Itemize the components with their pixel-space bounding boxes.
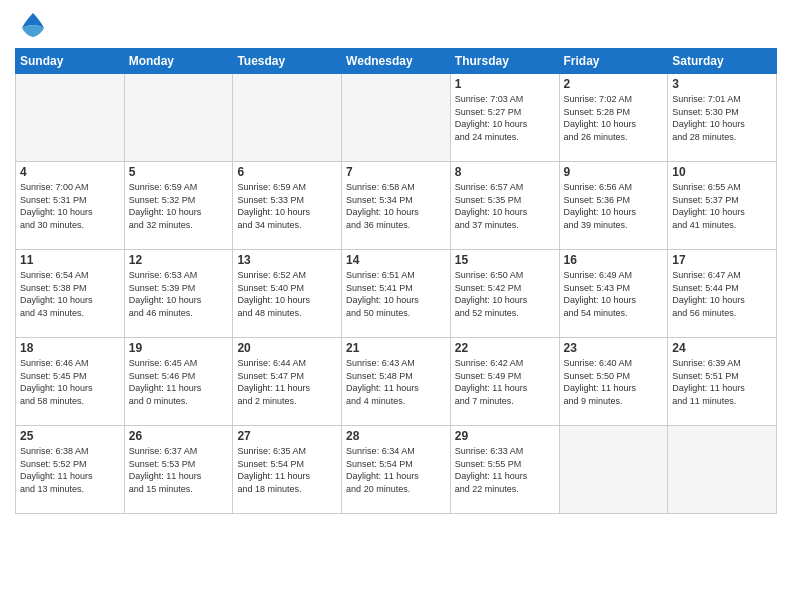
calendar-cell: 18Sunrise: 6:46 AM Sunset: 5:45 PM Dayli… xyxy=(16,338,125,426)
weekday-friday: Friday xyxy=(559,49,668,74)
day-number: 2 xyxy=(564,77,664,91)
day-number: 23 xyxy=(564,341,664,355)
header xyxy=(15,10,777,40)
day-info: Sunrise: 6:53 AM Sunset: 5:39 PM Dayligh… xyxy=(129,269,229,319)
day-number: 22 xyxy=(455,341,555,355)
calendar-cell: 7Sunrise: 6:58 AM Sunset: 5:34 PM Daylig… xyxy=(342,162,451,250)
calendar-cell: 28Sunrise: 6:34 AM Sunset: 5:54 PM Dayli… xyxy=(342,426,451,514)
day-number: 13 xyxy=(237,253,337,267)
day-number: 28 xyxy=(346,429,446,443)
calendar-cell xyxy=(233,74,342,162)
day-info: Sunrise: 6:57 AM Sunset: 5:35 PM Dayligh… xyxy=(455,181,555,231)
day-number: 25 xyxy=(20,429,120,443)
calendar-cell: 8Sunrise: 6:57 AM Sunset: 5:35 PM Daylig… xyxy=(450,162,559,250)
day-number: 24 xyxy=(672,341,772,355)
day-info: Sunrise: 7:02 AM Sunset: 5:28 PM Dayligh… xyxy=(564,93,664,143)
weekday-saturday: Saturday xyxy=(668,49,777,74)
calendar-cell: 29Sunrise: 6:33 AM Sunset: 5:55 PM Dayli… xyxy=(450,426,559,514)
day-info: Sunrise: 6:35 AM Sunset: 5:54 PM Dayligh… xyxy=(237,445,337,495)
calendar-cell: 15Sunrise: 6:50 AM Sunset: 5:42 PM Dayli… xyxy=(450,250,559,338)
day-info: Sunrise: 6:58 AM Sunset: 5:34 PM Dayligh… xyxy=(346,181,446,231)
weekday-tuesday: Tuesday xyxy=(233,49,342,74)
day-number: 26 xyxy=(129,429,229,443)
day-number: 3 xyxy=(672,77,772,91)
calendar-cell: 4Sunrise: 7:00 AM Sunset: 5:31 PM Daylig… xyxy=(16,162,125,250)
day-number: 15 xyxy=(455,253,555,267)
weekday-header-row: SundayMondayTuesdayWednesdayThursdayFrid… xyxy=(16,49,777,74)
day-info: Sunrise: 6:51 AM Sunset: 5:41 PM Dayligh… xyxy=(346,269,446,319)
day-info: Sunrise: 6:52 AM Sunset: 5:40 PM Dayligh… xyxy=(237,269,337,319)
day-number: 5 xyxy=(129,165,229,179)
calendar: SundayMondayTuesdayWednesdayThursdayFrid… xyxy=(15,48,777,514)
day-info: Sunrise: 6:46 AM Sunset: 5:45 PM Dayligh… xyxy=(20,357,120,407)
day-number: 6 xyxy=(237,165,337,179)
day-info: Sunrise: 6:34 AM Sunset: 5:54 PM Dayligh… xyxy=(346,445,446,495)
calendar-cell: 27Sunrise: 6:35 AM Sunset: 5:54 PM Dayli… xyxy=(233,426,342,514)
day-number: 7 xyxy=(346,165,446,179)
day-number: 9 xyxy=(564,165,664,179)
calendar-cell: 6Sunrise: 6:59 AM Sunset: 5:33 PM Daylig… xyxy=(233,162,342,250)
day-number: 27 xyxy=(237,429,337,443)
day-info: Sunrise: 6:49 AM Sunset: 5:43 PM Dayligh… xyxy=(564,269,664,319)
calendar-cell: 12Sunrise: 6:53 AM Sunset: 5:39 PM Dayli… xyxy=(124,250,233,338)
calendar-cell: 22Sunrise: 6:42 AM Sunset: 5:49 PM Dayli… xyxy=(450,338,559,426)
day-info: Sunrise: 6:54 AM Sunset: 5:38 PM Dayligh… xyxy=(20,269,120,319)
weekday-monday: Monday xyxy=(124,49,233,74)
day-info: Sunrise: 6:40 AM Sunset: 5:50 PM Dayligh… xyxy=(564,357,664,407)
day-number: 8 xyxy=(455,165,555,179)
day-info: Sunrise: 7:01 AM Sunset: 5:30 PM Dayligh… xyxy=(672,93,772,143)
day-info: Sunrise: 6:56 AM Sunset: 5:36 PM Dayligh… xyxy=(564,181,664,231)
logo xyxy=(15,10,48,40)
day-info: Sunrise: 7:03 AM Sunset: 5:27 PM Dayligh… xyxy=(455,93,555,143)
calendar-cell: 24Sunrise: 6:39 AM Sunset: 5:51 PM Dayli… xyxy=(668,338,777,426)
calendar-cell: 5Sunrise: 6:59 AM Sunset: 5:32 PM Daylig… xyxy=(124,162,233,250)
day-info: Sunrise: 6:33 AM Sunset: 5:55 PM Dayligh… xyxy=(455,445,555,495)
day-info: Sunrise: 6:44 AM Sunset: 5:47 PM Dayligh… xyxy=(237,357,337,407)
day-info: Sunrise: 6:59 AM Sunset: 5:32 PM Dayligh… xyxy=(129,181,229,231)
calendar-cell xyxy=(342,74,451,162)
day-info: Sunrise: 6:55 AM Sunset: 5:37 PM Dayligh… xyxy=(672,181,772,231)
day-number: 4 xyxy=(20,165,120,179)
calendar-cell: 10Sunrise: 6:55 AM Sunset: 5:37 PM Dayli… xyxy=(668,162,777,250)
calendar-cell: 2Sunrise: 7:02 AM Sunset: 5:28 PM Daylig… xyxy=(559,74,668,162)
calendar-cell xyxy=(559,426,668,514)
day-number: 17 xyxy=(672,253,772,267)
calendar-cell: 23Sunrise: 6:40 AM Sunset: 5:50 PM Dayli… xyxy=(559,338,668,426)
day-number: 21 xyxy=(346,341,446,355)
day-number: 10 xyxy=(672,165,772,179)
calendar-cell: 20Sunrise: 6:44 AM Sunset: 5:47 PM Dayli… xyxy=(233,338,342,426)
calendar-cell: 3Sunrise: 7:01 AM Sunset: 5:30 PM Daylig… xyxy=(668,74,777,162)
calendar-cell: 25Sunrise: 6:38 AM Sunset: 5:52 PM Dayli… xyxy=(16,426,125,514)
calendar-cell: 17Sunrise: 6:47 AM Sunset: 5:44 PM Dayli… xyxy=(668,250,777,338)
day-number: 19 xyxy=(129,341,229,355)
week-row-1: 4Sunrise: 7:00 AM Sunset: 5:31 PM Daylig… xyxy=(16,162,777,250)
calendar-cell: 26Sunrise: 6:37 AM Sunset: 5:53 PM Dayli… xyxy=(124,426,233,514)
week-row-3: 18Sunrise: 6:46 AM Sunset: 5:45 PM Dayli… xyxy=(16,338,777,426)
day-info: Sunrise: 6:50 AM Sunset: 5:42 PM Dayligh… xyxy=(455,269,555,319)
day-info: Sunrise: 6:47 AM Sunset: 5:44 PM Dayligh… xyxy=(672,269,772,319)
calendar-cell: 11Sunrise: 6:54 AM Sunset: 5:38 PM Dayli… xyxy=(16,250,125,338)
day-info: Sunrise: 6:43 AM Sunset: 5:48 PM Dayligh… xyxy=(346,357,446,407)
day-info: Sunrise: 6:42 AM Sunset: 5:49 PM Dayligh… xyxy=(455,357,555,407)
day-info: Sunrise: 6:59 AM Sunset: 5:33 PM Dayligh… xyxy=(237,181,337,231)
calendar-cell: 9Sunrise: 6:56 AM Sunset: 5:36 PM Daylig… xyxy=(559,162,668,250)
calendar-cell: 21Sunrise: 6:43 AM Sunset: 5:48 PM Dayli… xyxy=(342,338,451,426)
day-info: Sunrise: 6:45 AM Sunset: 5:46 PM Dayligh… xyxy=(129,357,229,407)
day-number: 14 xyxy=(346,253,446,267)
day-number: 29 xyxy=(455,429,555,443)
day-number: 11 xyxy=(20,253,120,267)
week-row-4: 25Sunrise: 6:38 AM Sunset: 5:52 PM Dayli… xyxy=(16,426,777,514)
page: SundayMondayTuesdayWednesdayThursdayFrid… xyxy=(0,0,792,612)
day-info: Sunrise: 6:39 AM Sunset: 5:51 PM Dayligh… xyxy=(672,357,772,407)
day-number: 16 xyxy=(564,253,664,267)
day-number: 18 xyxy=(20,341,120,355)
calendar-cell xyxy=(16,74,125,162)
week-row-2: 11Sunrise: 6:54 AM Sunset: 5:38 PM Dayli… xyxy=(16,250,777,338)
day-info: Sunrise: 6:38 AM Sunset: 5:52 PM Dayligh… xyxy=(20,445,120,495)
logo-icon xyxy=(18,10,48,40)
calendar-cell: 19Sunrise: 6:45 AM Sunset: 5:46 PM Dayli… xyxy=(124,338,233,426)
calendar-cell xyxy=(668,426,777,514)
calendar-cell: 14Sunrise: 6:51 AM Sunset: 5:41 PM Dayli… xyxy=(342,250,451,338)
day-number: 12 xyxy=(129,253,229,267)
week-row-0: 1Sunrise: 7:03 AM Sunset: 5:27 PM Daylig… xyxy=(16,74,777,162)
